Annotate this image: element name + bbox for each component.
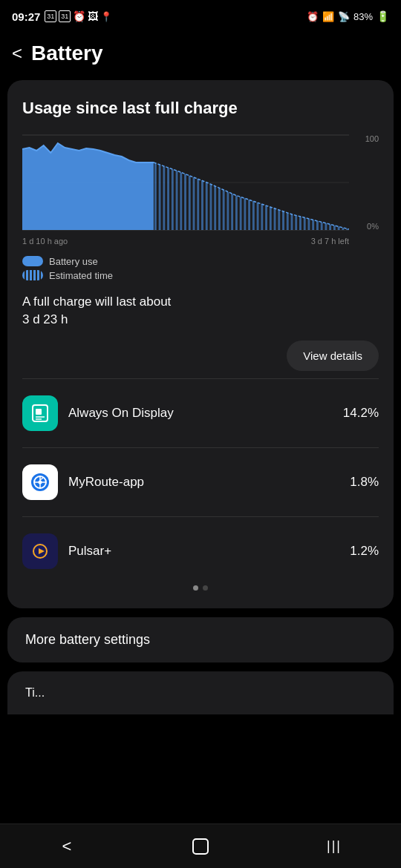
- nav-recents-icon: |||: [327, 838, 342, 854]
- y-label-100: 100: [352, 134, 379, 143]
- full-charge-label: A full charge will last about: [22, 295, 379, 309]
- divider-2: [22, 447, 379, 448]
- more-battery-settings-label: More battery settings: [25, 632, 150, 647]
- svg-marker-3: [22, 143, 154, 230]
- calendar-icon-1: 31: [45, 10, 56, 22]
- dot-inactive: [203, 585, 208, 591]
- app-name-pulsar: Pulsar+: [68, 544, 339, 559]
- app-percent-pulsar: 1.2%: [350, 544, 379, 559]
- more-battery-settings-card[interactable]: More battery settings: [7, 617, 394, 662]
- page-title: Battery: [31, 42, 102, 65]
- app-name-myroute: MyRoute-app: [68, 475, 339, 490]
- list-item[interactable]: Always On Display 14.2%: [22, 385, 379, 441]
- legend-label-estimated: Estimated time: [49, 270, 113, 281]
- chart-legend: Battery use Estimated time: [22, 256, 379, 281]
- location-icon: 📍: [100, 11, 112, 22]
- chart-svg: [22, 134, 349, 231]
- battery-percent: 83%: [353, 11, 373, 22]
- app-percent-aod: 14.2%: [343, 406, 379, 421]
- app-name-aod: Always On Display: [68, 406, 333, 421]
- photo-icon: 🖼: [88, 10, 98, 22]
- legend-estimated-time: Estimated time: [22, 270, 379, 281]
- status-right: ⏰ 📶 📡 83% 🔋: [307, 10, 389, 22]
- calendar-icon-2: 31: [59, 10, 71, 22]
- app-icon-aod: [22, 395, 58, 431]
- legend-label-battery: Battery use: [49, 256, 98, 267]
- view-details-button[interactable]: View details: [287, 341, 379, 371]
- tips-label: Ti...: [25, 686, 45, 699]
- nav-home-button[interactable]: [178, 832, 223, 861]
- header: < Battery: [0, 30, 401, 80]
- nav-home-icon: [192, 838, 209, 855]
- list-item[interactable]: Pulsar+ 1.2%: [22, 523, 379, 579]
- svg-rect-8: [36, 409, 42, 415]
- app-icon-pulsar: [22, 533, 58, 569]
- tips-card: Ti...: [7, 671, 394, 714]
- chart-time-left: 1 d 10 h ago: [22, 237, 68, 246]
- divider-3: [22, 516, 379, 517]
- battery-chart: 100 0%: [22, 134, 379, 231]
- status-time: 09:27: [12, 10, 40, 23]
- nav-back-button[interactable]: <: [45, 832, 89, 861]
- aod-icon-svg: [30, 403, 50, 424]
- divider-1: [22, 378, 379, 379]
- app-percent-myroute: 1.8%: [350, 475, 379, 490]
- chart-time-right: 3 d 7 h left: [311, 237, 349, 246]
- main-card: Usage since last full charge: [7, 80, 394, 608]
- alarm-icon: ⏰: [73, 10, 85, 22]
- pulsar-icon-svg: [30, 541, 50, 562]
- status-bar: 09:27 31 31 ⏰ 🖼 📍 ⏰ 📶 📡 83% 🔋: [0, 0, 401, 30]
- status-icons: 31 31 ⏰ 🖼 📍: [45, 10, 112, 22]
- y-label-0: 0%: [352, 222, 379, 231]
- bottom-nav: < |||: [0, 823, 401, 868]
- chart-area: [22, 134, 349, 231]
- app-icon-myroute: [22, 464, 58, 500]
- battery-icon: 🔋: [376, 10, 389, 22]
- legend-pill-striped: [22, 270, 43, 280]
- view-details-row: View details: [22, 341, 379, 371]
- chart-time-labels: 1 d 10 h ago 3 d 7 h left: [22, 237, 379, 246]
- wifi-icon: 📶: [322, 11, 334, 22]
- list-item[interactable]: MyRoute-app 1.8%: [22, 454, 379, 510]
- chart-y-labels: 100 0%: [352, 134, 379, 231]
- dot-active: [193, 585, 198, 591]
- pagination-dots: [22, 585, 379, 591]
- myroute-icon-svg: [30, 472, 50, 493]
- status-left: 09:27 31 31 ⏰ 🖼 📍: [12, 10, 112, 23]
- nav-back-icon: <: [62, 837, 72, 856]
- bottom-spacer: [0, 714, 401, 766]
- full-charge-duration: 3 d 23 h: [22, 312, 379, 327]
- legend-battery-use: Battery use: [22, 256, 379, 267]
- usage-title: Usage since last full charge: [22, 98, 379, 119]
- signal-icon: 📡: [338, 11, 350, 22]
- svg-point-15: [39, 480, 42, 484]
- alarm-status-icon: ⏰: [307, 11, 319, 22]
- legend-pill-solid: [22, 256, 43, 266]
- nav-recents-button[interactable]: |||: [312, 832, 356, 861]
- back-button[interactable]: <: [12, 43, 22, 64]
